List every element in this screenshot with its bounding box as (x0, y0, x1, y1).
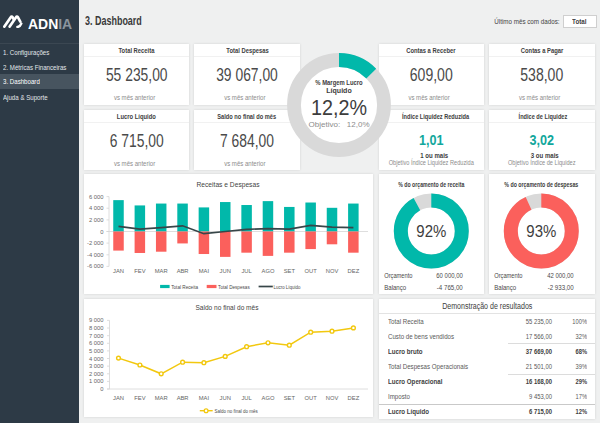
svg-text:OUT: OUT (304, 395, 317, 401)
svg-text:% Margem Lucro: % Margem Lucro (315, 79, 362, 87)
svg-text:4 000: 4 000 (88, 356, 103, 362)
svg-text:-6 000: -6 000 (87, 263, 103, 269)
svg-text:% do orçamento de despesas: % do orçamento de despesas (504, 180, 578, 189)
svg-text:2 000: 2 000 (88, 216, 103, 222)
svg-text:% do orçamento de receita: % do orçamento de receita (398, 180, 465, 189)
svg-text:NOV: NOV (325, 267, 338, 273)
svg-text:Líquido: Líquido (326, 87, 352, 95)
svg-text:MAI: MAI (198, 395, 209, 401)
svg-text:FEV: FEV (134, 267, 145, 273)
svg-text:12,2%: 12,2% (311, 96, 367, 120)
svg-text:DEZ: DEZ (347, 267, 359, 273)
svg-text:Saldo no final do mês: Saldo no final do mês (214, 408, 257, 414)
svg-text:Total Despesas: Total Despesas (218, 283, 250, 289)
svg-text:JUL: JUL (241, 395, 252, 401)
svg-text:1 000: 1 000 (88, 378, 103, 384)
svg-text:93%: 93% (526, 222, 556, 239)
svg-text:MAR: MAR (154, 267, 167, 273)
svg-text:JUL: JUL (241, 267, 252, 273)
svg-text:ABR: ABR (176, 267, 188, 273)
svg-text:6 000: 6 000 (88, 193, 103, 199)
svg-text:Total Receita: Total Receita (171, 283, 198, 289)
svg-text:5 000: 5 000 (88, 348, 103, 354)
svg-text:6 000: 6 000 (88, 340, 103, 346)
svg-text:-4 765,00: -4 765,00 (437, 283, 463, 290)
svg-text:2 000: 2 000 (88, 371, 103, 377)
svg-text:SET: SET (283, 395, 295, 401)
svg-text:42 000,00: 42 000,00 (547, 272, 574, 279)
svg-text:Receitas e Despesas: Receitas e Despesas (196, 180, 259, 189)
svg-text:9 000: 9 000 (88, 317, 103, 323)
svg-text:92%: 92% (416, 222, 446, 239)
svg-text:-2 000: -2 000 (87, 240, 103, 246)
svg-text:SET: SET (283, 267, 295, 273)
svg-text:7 000: 7 000 (88, 333, 103, 339)
svg-text:4 000: 4 000 (88, 205, 103, 211)
svg-text:Orçamento: Orçamento (384, 272, 412, 280)
svg-text:JAN: JAN (113, 267, 124, 273)
svg-text:Objetivo: 12,0%: Objetivo: 12,0% (309, 121, 370, 129)
svg-text:3 000: 3 000 (88, 363, 103, 369)
svg-text:AGO: AGO (261, 395, 274, 401)
svg-text:ABR: ABR (176, 395, 188, 401)
svg-text:Saldo no final do mês: Saldo no final do mês (195, 303, 258, 312)
svg-text:0: 0 (100, 386, 103, 392)
svg-text:JUN: JUN (219, 395, 230, 401)
svg-text:Lucro Líquido: Lucro Líquido (273, 283, 300, 289)
svg-text:-2 933,00: -2 933,00 (548, 283, 574, 290)
svg-text:8 000: 8 000 (88, 325, 103, 331)
svg-text:0: 0 (100, 228, 103, 234)
svg-text:FEV: FEV (134, 395, 145, 401)
svg-text:Orçamento: Orçamento (494, 272, 522, 280)
svg-text:-4 000: -4 000 (87, 251, 103, 257)
svg-text:Balanço: Balanço (384, 283, 406, 291)
svg-text:DEZ: DEZ (347, 395, 359, 401)
svg-text:JAN: JAN (113, 395, 124, 401)
svg-text:MAR: MAR (154, 395, 167, 401)
svg-text:NOV: NOV (325, 395, 338, 401)
svg-text:JUN: JUN (219, 267, 230, 273)
svg-text:MAI: MAI (198, 267, 209, 273)
svg-text:60 000,00: 60 000,00 (436, 272, 463, 279)
svg-text:AGO: AGO (261, 267, 274, 273)
svg-text:Balanço: Balanço (494, 283, 516, 291)
svg-text:OUT: OUT (304, 267, 317, 273)
